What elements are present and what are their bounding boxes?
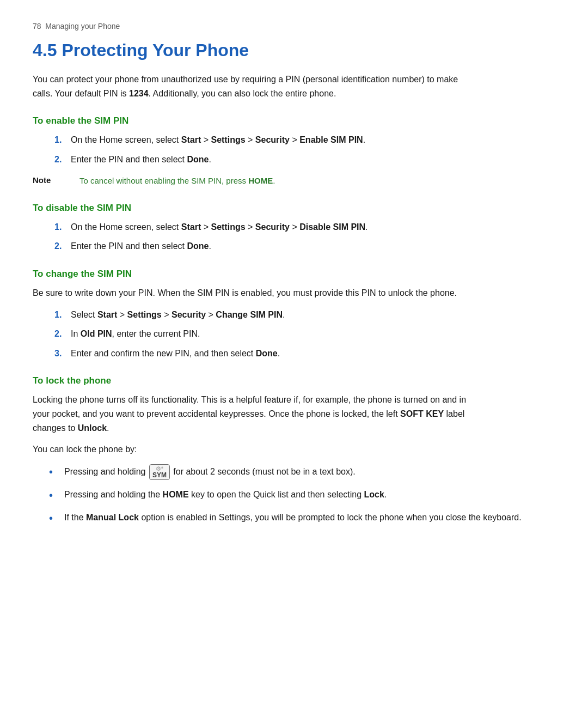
bullet-item-3: • If the Manual Lock option is enabled i… [49,511,555,526]
bullet-text-2: Pressing and holding the HOME key to ope… [64,488,387,502]
step-text: Select Start > Settings > Security > Cha… [71,308,285,322]
step-disable-1: 1. On the Home screen, select Start > Se… [54,220,555,234]
bullet-item-1: • Pressing and holding ⚙* SYM for about … [49,464,555,480]
step-disable-2: 2. Enter the PIN and then select Done. [54,239,555,253]
step-change-2: 2. In Old PIN, enter the current PIN. [54,327,555,341]
heading-lock-phone: To lock the phone [33,375,555,386]
heading-enable-sim-pin: To enable the SIM PIN [33,116,555,126]
sym-key-icon: ⚙* SYM [149,464,170,480]
sym-key-inner: ⚙* SYM [152,465,167,479]
bullet-item-2: • Pressing and holding the HOME key to o… [49,488,555,503]
heading-change-sim-pin: To change the SIM PIN [33,269,555,280]
bullet-dot: • [49,464,60,479]
heading-disable-sim-pin: To disable the SIM PIN [33,203,555,214]
note-label: Note [33,175,71,185]
section-disable-sim-pin: To disable the SIM PIN 1. On the Home sc… [33,203,555,253]
lock-phone-body2: You can lock the phone by: [33,442,479,457]
step-num: 1. [54,133,68,147]
note-text: To cancel without enabling the SIM PIN, … [79,175,275,187]
lock-phone-bullets: • Pressing and holding ⚙* SYM for about … [49,464,555,526]
step-change-3: 3. Enter and confirm the new PIN, and th… [54,347,555,361]
intro-pin: 1234 [129,89,149,98]
step-num: 1. [54,308,68,322]
step-text: Enter the PIN and then select Done. [71,153,211,167]
step-num: 2. [54,239,68,253]
steps-enable: 1. On the Home screen, select Start > Se… [54,133,555,166]
chapter-title: 4.5 Protecting Your Phone [33,40,555,60]
step-num: 1. [54,220,68,234]
step-change-1: 1. Select Start > Settings > Security > … [54,308,555,322]
page-number: 78 [33,22,41,31]
step-enable-1: 1. On the Home screen, select Start > Se… [54,133,555,147]
step-num: 2. [54,327,68,341]
section-label: Managing your Phone [45,22,120,31]
step-num: 3. [54,347,68,361]
step-num: 2. [54,153,68,167]
section-lock-phone: To lock the phone Locking the phone turn… [33,375,555,526]
step-text: Enter and confirm the new PIN, and then … [71,347,280,361]
steps-change: 1. Select Start > Settings > Security > … [54,308,555,361]
bullet-text-1: Pressing and holding ⚙* SYM for about 2 … [64,464,356,480]
bullet-dot: • [49,511,60,526]
note-enable: Note To cancel without enabling the SIM … [33,175,555,187]
section-enable-sim-pin: To enable the SIM PIN 1. On the Home scr… [33,116,555,187]
step-text: Enter the PIN and then select Done. [71,239,211,253]
bullet-text-3: If the Manual Lock option is enabled in … [64,511,522,525]
change-pin-body: Be sure to write down your PIN. When the… [33,286,479,300]
steps-disable: 1. On the Home screen, select Start > Se… [54,220,555,253]
step-text: On the Home screen, select Start > Setti… [71,133,365,147]
bullet-dot: • [49,488,60,503]
step-text: In Old PIN, enter the current PIN. [71,327,200,341]
step-text: On the Home screen, select Start > Setti… [71,220,368,234]
step-enable-2: 2. Enter the PIN and then select Done. [54,153,555,167]
intro-paragraph: You can protect your phone from unauthor… [33,72,479,100]
section-change-sim-pin: To change the SIM PIN Be sure to write d… [33,269,555,360]
intro-text-end: . Additionally, you can also lock the en… [149,89,336,98]
page-header: 78 Managing your Phone [33,22,555,31]
sym-bottom: SYM [152,472,167,479]
lock-phone-body1: Locking the phone turns off its function… [33,393,479,435]
